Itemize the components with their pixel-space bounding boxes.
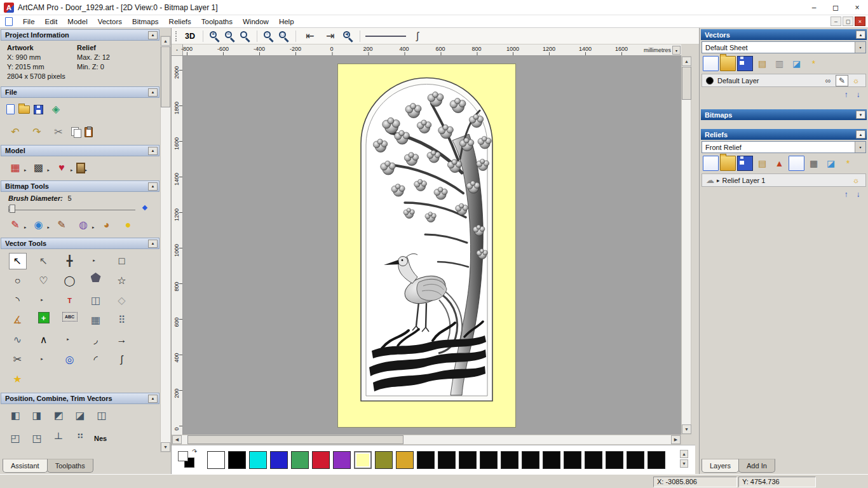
collapse-vectors-button[interactable]: ▲ (856, 30, 865, 39)
tab-toolpaths[interactable]: Toolpaths (47, 459, 93, 473)
relief-layer-row[interactable]: ☁ ▸ Relief Layer 1 ☼ (702, 173, 866, 187)
collapse-project-information-button[interactable]: ▲ (148, 31, 158, 39)
nudge-icon[interactable]: ⠛ (71, 430, 89, 447)
polyline-tool-icon-menu[interactable]: ▸ (67, 337, 69, 348)
arc-tool-icon-menu[interactable]: ▸ (41, 297, 43, 309)
expand-relief-layer-icon[interactable]: ▸ (717, 177, 720, 184)
lips-relief-icon[interactable]: ♥ (53, 159, 71, 176)
paste-icon[interactable] (85, 127, 93, 137)
collapse-reliefs-button[interactable]: ▲ (856, 130, 865, 139)
vector-layer-down-icon[interactable]: ↓ (853, 90, 863, 99)
collapse-model-button[interactable]: ▲ (148, 147, 158, 155)
offset-tool-icon[interactable]: ◇ (113, 292, 131, 309)
colour-swatch-black-3[interactable] (438, 451, 456, 469)
align-bottom-icon[interactable]: ◪ (71, 407, 89, 424)
zoom-in-icon[interactable]: + (208, 30, 221, 43)
circle-tool-icon[interactable]: ○ (9, 273, 27, 289)
colour-swatch-pale-yellow[interactable] (354, 451, 372, 469)
scroll-thumb[interactable] (161, 46, 170, 107)
colour-swatch-black-12[interactable] (627, 451, 644, 469)
expand-bitmaps-button[interactable]: ▼ (856, 111, 865, 119)
draw-icon[interactable]: ✎ (53, 217, 71, 233)
edit-pencil-icon[interactable]: ✎ (836, 75, 848, 86)
save-relief-icon[interactable] (737, 156, 753, 171)
minimize-button[interactable]: – (803, 0, 825, 15)
colour-swatch-black-5[interactable] (480, 451, 498, 469)
polyline-tool-icon[interactable]: ∧ (35, 332, 53, 348)
flood-fill-icon[interactable]: ◍ (74, 217, 92, 233)
primary-secondary-colour-selector[interactable]: ↷ (177, 450, 201, 470)
align-centre-icon[interactable]: ◫ (93, 407, 111, 424)
ruler-vertical[interactable]: 2000180016001400120010008006004002000 (172, 56, 183, 435)
star-tool-icon[interactable]: ☆ (113, 273, 131, 289)
polygon-tool-icon[interactable] (91, 273, 101, 282)
export-model-icon[interactable]: ◈ (47, 101, 65, 118)
copy-icon[interactable] (71, 127, 81, 137)
colour-swatch-black-9[interactable] (564, 451, 581, 469)
load-image-icon[interactable] (76, 163, 85, 173)
canvas-horizontal-scrollbar[interactable]: ◀ ▶ (172, 435, 681, 445)
colour-blend-icon[interactable]: ◕ (98, 217, 116, 233)
view-3d-button[interactable]: 3D (181, 32, 199, 41)
menu-file[interactable]: File (18, 15, 40, 27)
nest-vectors-label[interactable]: Nes (93, 430, 108, 447)
relief-calculator-icon[interactable]: ▦ (806, 156, 822, 171)
mdi-restore-button[interactable]: ◻ (843, 17, 853, 26)
collapse-bitmap-tools-button[interactable]: ▲ (148, 182, 158, 191)
adjust-model-icon[interactable]: ▩ (30, 159, 48, 176)
colour-swatch-black-4[interactable] (459, 451, 477, 469)
pan-left-icon[interactable]: ⇤ (301, 28, 319, 44)
array-copies-icon[interactable]: ⠿ (113, 312, 131, 329)
scroll-thumb[interactable] (187, 435, 403, 444)
close-button[interactable]: × (846, 0, 868, 15)
lips-relief-icon-menu[interactable]: ▸ (71, 168, 73, 173)
text-frame-icon[interactable]: ◫ (87, 292, 105, 309)
colour-swatch-black-10[interactable] (585, 451, 602, 469)
save-model-icon[interactable] (34, 105, 43, 114)
colour-swatch-purple[interactable] (333, 451, 351, 469)
menu-toolpaths[interactable]: Toolpaths (196, 15, 238, 27)
tab-assistant[interactable]: Assistant (3, 459, 48, 473)
colour-swatch-gold[interactable] (396, 451, 414, 469)
line-width-sample[interactable] (365, 36, 406, 37)
smooth-relief-icon[interactable]: ◪ (823, 156, 839, 171)
sheet-select[interactable]: Default Sheet ▾ (702, 41, 866, 53)
menu-edit[interactable]: Edit (40, 15, 63, 27)
menu-help[interactable]: Help (274, 15, 299, 27)
select-vectors-icon[interactable]: ↖ (9, 253, 27, 269)
new-model-icon[interactable] (6, 104, 15, 114)
relief-layer-down-icon[interactable]: ↓ (853, 189, 863, 199)
measure-icon[interactable]: ∡ (9, 312, 27, 329)
transform-vectors-icon-menu[interactable]: ▸ (93, 258, 95, 269)
pan-right-icon[interactable]: ⇥ (322, 28, 339, 44)
align-right-icon[interactable]: ◨ (28, 407, 46, 424)
menu-vectors[interactable]: Vectors (93, 15, 127, 27)
colour-swatch-cyan[interactable] (249, 451, 267, 469)
node-editing-icon[interactable]: ↖ (35, 253, 53, 269)
mdi-close-button[interactable]: × (855, 17, 865, 26)
arc-segment-icon[interactable]: ◞ (87, 332, 105, 348)
colour-swatch-black-7[interactable] (522, 451, 539, 469)
relief-visibility-bulb-icon[interactable]: ☼ (850, 175, 862, 186)
tab-add-in[interactable]: Add In (738, 459, 775, 473)
new-sheet-icon[interactable] (703, 56, 719, 71)
colour-swatch-black-6[interactable] (501, 451, 519, 469)
paint-all-icon-menu[interactable]: ▸ (48, 225, 50, 230)
menu-bitmaps[interactable]: Bitmaps (127, 15, 164, 27)
primary-colour-swatch[interactable] (178, 451, 188, 461)
paint-icon-menu[interactable]: ▸ (24, 225, 27, 230)
palette-scroll-down-button[interactable]: ▼ (680, 459, 688, 468)
colour-swatch-black-8[interactable] (543, 451, 560, 469)
arc-tool-icon[interactable]: ◝ (9, 292, 27, 309)
ruler-horizontal[interactable]: millimetres ▾ -800-600-400-2000200400600… (183, 44, 681, 56)
canvas[interactable] (183, 56, 681, 435)
zoom-out-icon[interactable]: − (224, 30, 236, 43)
collapse-file-button[interactable]: ▲ (148, 88, 158, 97)
new-relief-icon[interactable] (703, 156, 719, 171)
fillet-tool-icon[interactable]: ◜ (87, 351, 105, 368)
toolbar-grip[interactable] (175, 31, 177, 41)
new-layer-icon[interactable]: ▥ (771, 56, 787, 71)
scroll-up-button[interactable]: ▲ (682, 57, 691, 66)
set-model-size-icon[interactable]: ▦ (6, 159, 24, 176)
tab-layers[interactable]: Layers (702, 459, 739, 473)
